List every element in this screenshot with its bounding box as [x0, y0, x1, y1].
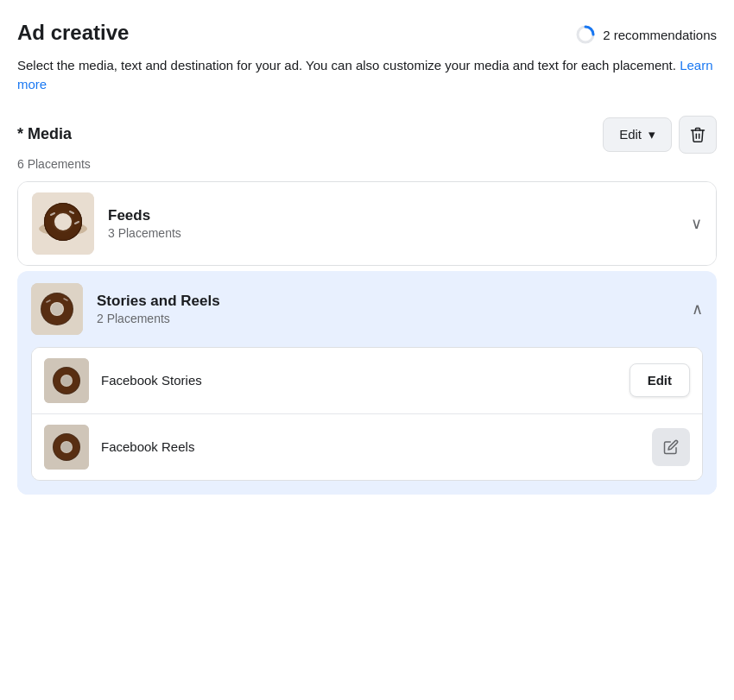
- svg-point-17: [51, 303, 63, 315]
- facebook-reels-row: Facebook Reels: [32, 413, 702, 480]
- stories-reels-content: Facebook Stories Edit Faceboo: [17, 347, 717, 495]
- page-header: Ad creative 2 recommendations: [17, 21, 717, 46]
- facebook-stories-edit-button[interactable]: Edit: [630, 363, 690, 397]
- media-section: * Media Edit ▾ 6 Placements: [17, 116, 717, 495]
- feeds-chevron-icon: ∨: [691, 214, 702, 233]
- media-header: * Media Edit ▾: [17, 116, 717, 154]
- sub-items-container: Facebook Stories Edit Faceboo: [31, 347, 703, 481]
- stories-reels-header[interactable]: Stories and Reels 2 Placements ∧: [17, 271, 717, 347]
- trash-icon: [689, 126, 706, 143]
- svg-point-9: [54, 213, 72, 230]
- delete-button[interactable]: [679, 116, 717, 154]
- feeds-name: Feeds: [108, 207, 691, 224]
- facebook-reels-edit-button[interactable]: [652, 428, 690, 466]
- feeds-thumbnail: [32, 192, 94, 255]
- stories-reels-chevron-icon: ∧: [692, 300, 703, 318]
- media-controls: Edit ▾: [603, 116, 717, 154]
- facebook-stories-thumbnail: [44, 358, 89, 403]
- edit-dropdown-button[interactable]: Edit ▾: [603, 117, 672, 152]
- spinner-icon: [575, 24, 596, 45]
- facebook-stories-row: Facebook Stories Edit: [32, 348, 702, 413]
- chevron-down-icon: ▾: [649, 127, 655, 142]
- stories-reels-info: Stories and Reels 2 Placements: [97, 293, 692, 325]
- page-title: Ad creative: [17, 21, 129, 46]
- feeds-donut-image: [32, 192, 94, 255]
- stories-reels-placements: 2 Placements: [97, 312, 692, 325]
- facebook-stories-donut-image: [44, 358, 89, 403]
- recommendations-badge: 2 recommendations: [575, 21, 717, 45]
- feeds-placements: 3 Placements: [108, 226, 691, 240]
- feeds-placement-row[interactable]: Feeds 3 Placements ∨: [18, 182, 716, 265]
- feeds-info: Feeds 3 Placements: [108, 207, 691, 240]
- description-text: Select the media, text and destination f…: [17, 56, 717, 95]
- stories-reels-section: Stories and Reels 2 Placements ∧: [17, 271, 717, 495]
- facebook-reels-donut-image: [44, 425, 89, 470]
- facebook-reels-thumbnail: [44, 425, 89, 470]
- facebook-reels-name: Facebook Reels: [101, 439, 652, 454]
- media-title: * Media: [17, 125, 72, 143]
- stories-reels-donut-image: [31, 283, 83, 335]
- stories-reels-name: Stories and Reels: [97, 293, 692, 310]
- recommendations-text: 2 recommendations: [603, 28, 717, 42]
- svg-point-24: [61, 375, 72, 386]
- stories-reels-thumbnail: [31, 283, 83, 335]
- pencil-icon: [663, 439, 679, 455]
- placements-count: 6 Placements: [17, 157, 717, 171]
- facebook-stories-name: Facebook Stories: [101, 373, 630, 388]
- svg-point-29: [61, 442, 72, 452]
- feeds-placement-card: Feeds 3 Placements ∨: [17, 181, 717, 266]
